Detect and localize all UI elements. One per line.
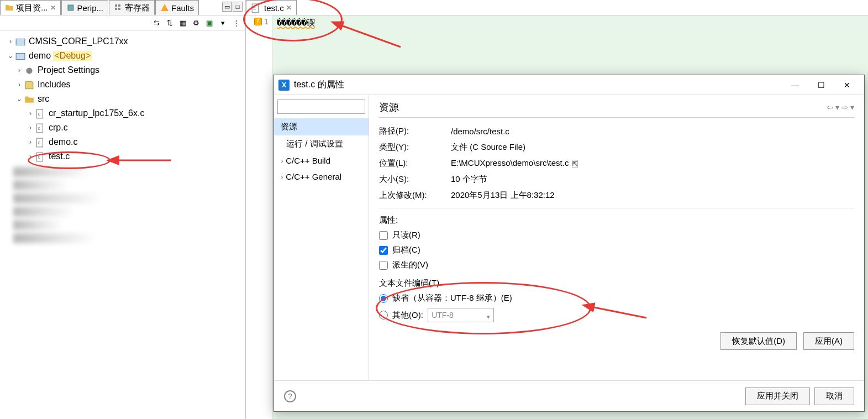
tree-file-test[interactable]: › c test.c <box>2 149 243 164</box>
tree-project-demo[interactable]: ⌄ demo <Debug> <box>2 49 243 63</box>
explorer-toolbar: ⇆ ⇅ ▦ ⚙ ▣ ▾ ⋮ <box>0 15 245 31</box>
svg-text:c: c <box>254 6 256 11</box>
app-icon: X <box>278 80 290 91</box>
maximize-view-button[interactable]: □ <box>233 2 243 12</box>
nav-filter <box>277 99 365 114</box>
collapse-all-button[interactable]: ⇆ <box>151 18 162 29</box>
svg-rect-2 <box>115 8 117 10</box>
prop-value: 文件 (C Source File) <box>451 142 854 153</box>
tree-label: CMSIS_CORE_LPC17xx <box>29 36 128 46</box>
prop-label: 上次修改(M): <box>379 190 451 201</box>
minimize-view-button[interactable]: ▭ <box>222 2 232 12</box>
radio-encoding-other[interactable]: 其他(O): UTF-8 <box>379 306 854 324</box>
encoding-other-radio[interactable] <box>379 311 388 320</box>
tree-folder-src[interactable]: ⌄ src <box>2 92 243 106</box>
prop-value: 2020年5月13日 上午8:32:12 <box>451 190 854 201</box>
expand-icon[interactable]: › <box>27 109 34 117</box>
dialog-nav: 资源 运行 / 调试设置 › C/C++ Build › C/C++ Gener… <box>274 95 369 380</box>
redacted-item <box>13 167 91 177</box>
tab-registers[interactable]: 寄存器 <box>109 0 155 15</box>
attributes-title: 属性: <box>379 213 854 228</box>
filters-button[interactable]: ⚙ <box>191 18 202 29</box>
warning-marker-icon[interactable]: ? <box>254 18 262 25</box>
tree-project-cmsis[interactable]: › CMSIS_CORE_LPC17xx <box>2 34 243 49</box>
show-in-explorer-button[interactable]: ⇱ <box>572 160 578 167</box>
tab-project-explorer[interactable]: 项目资... ✕ <box>0 0 61 15</box>
encoding-default-radio[interactable] <box>379 294 388 303</box>
divider <box>379 208 854 208</box>
project-explorer-panel: 项目资... ✕ Perip... 寄存器 Faults ▭ □ ⇆ ⇅ ▦ ⚙… <box>0 0 246 419</box>
prop-value: 10 个字节 <box>451 174 854 185</box>
editor-tab-test[interactable]: c test.c ✕ <box>246 0 297 15</box>
expand-icon[interactable]: › <box>27 124 34 132</box>
close-button[interactable]: ✕ <box>834 77 860 93</box>
nav-item-cpp-build[interactable]: › C/C++ Build <box>274 153 369 169</box>
code-text: ������碶 <box>277 18 315 28</box>
view-tabs: 项目资... ✕ Perip... 寄存器 Faults ▭ □ <box>0 0 245 15</box>
project-icon <box>15 37 25 46</box>
nav-item-resource[interactable]: 资源 <box>274 118 369 135</box>
redacted-item <box>13 207 74 217</box>
expand-icon[interactable]: › <box>27 138 34 146</box>
tree-file-crp[interactable]: › c crp.c <box>2 121 243 135</box>
cancel-button[interactable]: 取消 <box>814 387 854 405</box>
view-menu-button[interactable]: ⋮ <box>230 18 241 29</box>
checkbox-archive[interactable]: 归档(C) <box>379 243 854 258</box>
prop-value: E:\MCUXpresso\demo\src\test.c⇱ <box>451 158 854 169</box>
nav-filter-input[interactable] <box>277 99 365 114</box>
checkbox-derived[interactable]: 派生的(V) <box>379 258 854 273</box>
encoding-combo[interactable]: UTF-8 <box>428 308 494 322</box>
apply-button[interactable]: 应用(A) <box>803 332 854 350</box>
expand-icon[interactable]: › <box>27 153 34 160</box>
svg-point-7 <box>26 67 32 74</box>
maximize-button[interactable]: ☐ <box>808 77 834 93</box>
nav-item-run-debug[interactable]: 运行 / 调试设置 <box>274 135 369 153</box>
tab-label: 寄存器 <box>125 3 150 13</box>
tab-peripherals[interactable]: Perip... <box>61 0 109 15</box>
dialog-title: test.c 的属性 <box>294 79 782 91</box>
minimize-button[interactable]: — <box>782 77 808 93</box>
tree-label: src <box>38 94 49 104</box>
tree-file-cr-startup[interactable]: › c cr_startup_lpc175x_6x.c <box>2 106 243 121</box>
tree-project-settings[interactable]: › Project Settings <box>2 63 243 77</box>
readonly-checkbox[interactable] <box>379 231 388 240</box>
dialog-titlebar[interactable]: X test.c 的属性 — ☐ ✕ <box>274 75 864 95</box>
nav-item-cpp-general[interactable]: › C/C++ General <box>274 169 369 185</box>
project-icon <box>15 51 25 60</box>
restore-defaults-button[interactable]: 恢复默认值(D) <box>720 332 797 350</box>
menu-dropdown-button[interactable]: ▾ <box>217 18 228 29</box>
gutter-line-1[interactable]: ? 1 <box>246 15 272 28</box>
link-editor-button[interactable]: ⇅ <box>164 18 175 29</box>
svg-rect-4 <box>118 8 120 10</box>
checkbox-readonly[interactable]: 只读(R) <box>379 228 854 243</box>
derived-checkbox[interactable] <box>379 261 388 270</box>
svg-rect-0 <box>68 5 73 11</box>
collapse-icon[interactable]: ⌄ <box>7 52 14 60</box>
section-header: 资源 ⇦ ▾ ⇨ ▾ <box>379 101 854 118</box>
tree-includes[interactable]: › Includes <box>2 77 243 92</box>
debug-config-tag: <Debug> <box>53 51 92 61</box>
checkbox-label: 只读(R) <box>392 230 420 240</box>
close-icon[interactable]: ✕ <box>50 4 56 12</box>
apply-close-button[interactable]: 应用并关闭 <box>745 387 810 405</box>
dialog-footer: ? 应用并关闭 取消 <box>274 380 864 411</box>
radio-encoding-default[interactable]: 缺省（从容器：UTF-8 继承）(E) <box>379 291 854 306</box>
close-icon[interactable]: ✕ <box>286 4 292 12</box>
back-button[interactable]: ⇦ ▾ <box>827 103 839 112</box>
run-button[interactable]: ▣ <box>204 18 215 29</box>
archive-checkbox[interactable] <box>379 246 388 255</box>
forward-button[interactable]: ⇨ ▾ <box>841 103 854 112</box>
help-button[interactable]: ? <box>284 390 296 402</box>
tab-label: 项目资... <box>16 3 48 13</box>
folder-icon <box>24 95 34 103</box>
focus-task-button[interactable]: ▦ <box>177 18 188 29</box>
tree-file-demo[interactable]: › c demo.c <box>2 135 243 149</box>
prop-label: 大小(S): <box>379 174 451 185</box>
svg-rect-5 <box>16 39 25 45</box>
tab-faults[interactable]: Faults <box>155 0 199 15</box>
expand-icon[interactable]: › <box>15 66 23 74</box>
expand-icon[interactable]: › <box>15 81 23 88</box>
expand-icon[interactable]: › <box>7 38 14 45</box>
svg-text:c: c <box>38 111 41 117</box>
collapse-icon[interactable]: ⌄ <box>15 95 23 103</box>
